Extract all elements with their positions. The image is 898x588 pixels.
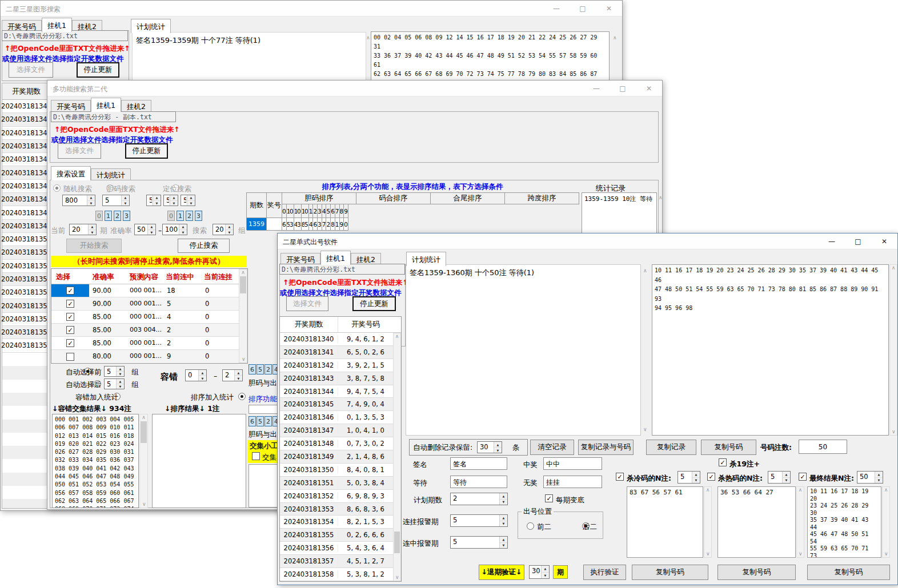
w3-copy-records-codes-button[interactable]: 复制记录与号码 bbox=[578, 440, 634, 455]
w3-final-spinner[interactable]: 50▲▼ bbox=[857, 471, 883, 484]
w2-sort-function-link[interactable]: 排序功能 bbox=[248, 394, 277, 404]
w1-plan-status-box[interactable]: 签名1359-1359期 十个77注 等待(1) bbox=[132, 32, 366, 81]
w2-strip-cell[interactable]: 6 bbox=[248, 364, 256, 374]
w2-strip-cell[interactable]: 5 bbox=[256, 416, 264, 426]
w3-draw-row[interactable]: 202403181341 6, 5, 0, 2, 6 bbox=[280, 346, 401, 359]
w3-final-checkbox[interactable]: ✓ bbox=[799, 473, 807, 481]
w2-sel-row[interactable]: ✓ 85.00 003 004... 2 0 bbox=[51, 324, 247, 337]
w3-draw-row[interactable]: 202403181352 6, 9, 8, 9, 3 bbox=[280, 490, 401, 503]
w2-tab-autorun2[interactable]: 挂机2 bbox=[121, 100, 151, 112]
w3-titlebar[interactable]: 二星单式出号软件 — □ ✕ bbox=[278, 233, 897, 249]
w2-strip-listbox[interactable] bbox=[248, 464, 279, 508]
w3-hot-spinner[interactable]: 5▲▼ bbox=[768, 471, 791, 484]
w2-spinner-5a[interactable]: 5▲▼ bbox=[102, 195, 130, 206]
w2-strip-cell[interactable]: 5 bbox=[256, 364, 264, 374]
w2-auto-before-spinner[interactable]: 5▲▼ bbox=[104, 366, 125, 377]
w3-draw-row[interactable]: 202403181349 2, 1, 4, 8, 6 bbox=[280, 450, 401, 464]
w3-copy-codes-button-2[interactable]: 复制号码 bbox=[717, 565, 796, 580]
w3-draw-row[interactable]: 202403181358 5, 3, 8, 1, 2 bbox=[280, 568, 401, 581]
w3-lose-alarm-spinner[interactable]: 5▲▼ bbox=[450, 514, 508, 527]
w2-row-checkbox[interactable]: ✓ bbox=[66, 313, 74, 321]
w2-stop-update-button[interactable]: 停止更新 bbox=[125, 143, 168, 159]
w1-period-row[interactable]: 202403181357 bbox=[2, 326, 50, 339]
w1-period-row[interactable]: 202403181348 bbox=[2, 206, 50, 219]
w2-sel-row[interactable]: ✓ 85.00 000 001... 4 0 bbox=[51, 311, 247, 324]
w2-minimize-button[interactable]: — bbox=[583, 80, 610, 96]
w3-draw-row[interactable]: 202403181351 5, 0, 3, 8, 4 bbox=[280, 477, 401, 490]
w3-codes-box[interactable]: 10 11 16 17 18 19 20 23 24 25 26 28 29 3… bbox=[652, 264, 889, 436]
w2-file-path[interactable]: D:\奇趣腾讯分分彩 - 副本.txt bbox=[51, 111, 176, 122]
w2-digit-button[interactable]: 1 bbox=[177, 211, 184, 221]
w3-status-scroll-up-icon[interactable]: ∧ bbox=[643, 268, 647, 273]
w3-draw-row[interactable]: 202403181354 8, 2, 1, 5, 3 bbox=[280, 515, 401, 529]
w3-copy-codes-button[interactable]: 复制号码 bbox=[701, 440, 756, 455]
w3-tab-autorun1[interactable]: 挂机1 bbox=[320, 251, 351, 265]
w3-minimize-button[interactable]: — bbox=[819, 233, 845, 249]
w2-start-search-button[interactable]: 开始搜索 bbox=[66, 239, 122, 253]
w2-accuracy-from-spinner[interactable]: 50▲▼ bbox=[134, 224, 156, 235]
w3-draw-row[interactable]: 202403181345 7, 4, 9, 0, 4 bbox=[280, 398, 401, 411]
w3-back-verify-button[interactable]: ↓退期验证↓ bbox=[479, 565, 524, 580]
w2-radio-random-search[interactable] bbox=[53, 184, 61, 192]
w2-sel-row[interactable]: ✓ 90.00 000 001... 5 0 bbox=[51, 297, 247, 311]
w1-period-row[interactable]: 202403181353 bbox=[2, 273, 50, 286]
w1-period-row[interactable]: 202403181358 bbox=[2, 339, 50, 352]
w1-period-row[interactable]: 202403181342 bbox=[2, 127, 50, 140]
w3-keep-spinner[interactable]: 30▲▼ bbox=[477, 441, 502, 453]
w1-period-table[interactable]: 开奖期数 20240318134020240318134120240318134… bbox=[2, 83, 51, 509]
w2-spinner-800[interactable]: 800▲▼ bbox=[62, 195, 95, 206]
w3-cold-listbox[interactable]: 83 67 56 57 61 bbox=[627, 486, 703, 558]
w3-count-input[interactable]: 50 bbox=[799, 440, 847, 454]
w3-table-scrollbar[interactable]: ∧∨ bbox=[393, 333, 401, 581]
w3-verify-spinner[interactable]: 30▲▼ bbox=[529, 565, 550, 579]
w2-tab-search-settings[interactable]: 搜索设置 bbox=[51, 166, 91, 180]
w3-clear-records-button[interactable]: 清空记录 bbox=[530, 440, 574, 455]
w3-cold-checkbox[interactable]: ✓ bbox=[616, 473, 624, 481]
w1-maximize-button[interactable]: □ bbox=[570, 1, 596, 17]
w3-tab-lottery-numbers[interactable]: 开奖号码 bbox=[280, 253, 320, 265]
w3-draw-row[interactable]: 202403181357 4, 5, 1, 2, 7 bbox=[280, 555, 401, 568]
w3-draw-table[interactable]: 开奖期数 开奖号码 202403181340 9, 4, 6, 1, 2 202… bbox=[279, 316, 402, 582]
w3-draw-row[interactable]: 202403181353 8, 6, 8, 3, 6 bbox=[280, 503, 401, 516]
w3-lose-input[interactable]: 挂挂 bbox=[543, 476, 602, 488]
w1-close-button[interactable]: ✕ bbox=[596, 1, 622, 17]
w2-row-checkbox[interactable]: ✓ bbox=[66, 326, 74, 334]
w3-final-scrollbar[interactable]: ∧∨ bbox=[882, 486, 890, 558]
w1-tab-plan-stats[interactable]: 计划统计 bbox=[131, 19, 171, 33]
w3-wait-input[interactable]: 等待 bbox=[450, 476, 507, 488]
w3-draw-row[interactable]: 202403181348 0, 7, 3, 0, 2 bbox=[280, 437, 401, 450]
w1-stop-update-button[interactable]: 停止更新 bbox=[77, 62, 119, 78]
w1-period-row[interactable]: 202403181351 bbox=[2, 246, 50, 259]
w2-sort-result-listbox[interactable] bbox=[152, 414, 246, 508]
w3-per-period-checkbox[interactable]: ✓ bbox=[545, 494, 553, 502]
w3-file-path[interactable]: D:\奇趣腾讯分分彩.txt bbox=[279, 264, 405, 275]
w3-copy-codes-button-3[interactable]: 复制号码 bbox=[807, 565, 890, 580]
w2-tolerance-to-spinner[interactable]: 2▲▼ bbox=[222, 369, 243, 381]
w2-strip-cell[interactable]: 2 bbox=[264, 416, 272, 426]
w1-scroll-up-icon[interactable]: ∧ bbox=[366, 35, 370, 41]
w3-choose-file-button[interactable]: 选择文件 bbox=[286, 296, 328, 311]
w2-current-spinner[interactable]: 20▲▼ bbox=[69, 224, 97, 235]
w2-titlebar[interactable]: 多功能搜索第二代 — □ ✕ bbox=[47, 80, 662, 96]
w3-sign-input[interactable]: 签名 bbox=[450, 457, 507, 470]
w1-period-row[interactable]: 202403181340 bbox=[2, 100, 50, 113]
w2-search-spinner[interactable]: 20▲▼ bbox=[213, 224, 234, 235]
w2-row-checkbox[interactable]: ✓ bbox=[66, 300, 74, 308]
w1-period-row[interactable]: 202403181347 bbox=[2, 193, 50, 206]
w2-digit-button[interactable]: 3 bbox=[123, 211, 130, 221]
w1-period-row[interactable]: 202403181345 bbox=[2, 166, 50, 179]
w3-tab-plan-stats[interactable]: 计划统计 bbox=[406, 252, 446, 266]
w3-tab-autorun2[interactable]: 挂机2 bbox=[351, 253, 381, 265]
w1-choose-file-button[interactable]: 选择文件 bbox=[9, 62, 53, 78]
w1-period-row[interactable]: 202403181355 bbox=[2, 299, 50, 312]
w3-copy-records-button[interactable]: 复制记录 bbox=[646, 440, 696, 455]
w3-cold-scrollbar[interactable]: ∧∨ bbox=[704, 486, 712, 558]
w3-draw-row[interactable]: 202403181355 0, 2, 6, 6, 6 bbox=[280, 529, 401, 542]
w2-tolerance-from-spinner[interactable]: 0▲▼ bbox=[185, 369, 207, 381]
w2-spinner-5d[interactable]: 5▲▼ bbox=[181, 195, 195, 206]
w1-period-row[interactable]: 202403181349 bbox=[2, 220, 50, 233]
w2-tab-lottery-numbers[interactable]: 开奖号码 bbox=[51, 100, 91, 112]
w3-final-listbox[interactable]: 10 11 16 17 18 19 20 23 24 25 26 28 29 3… bbox=[807, 486, 881, 558]
w3-hot-scrollbar[interactable]: ∧∨ bbox=[796, 486, 804, 558]
w2-digit-button[interactable]: 0 bbox=[95, 211, 103, 221]
